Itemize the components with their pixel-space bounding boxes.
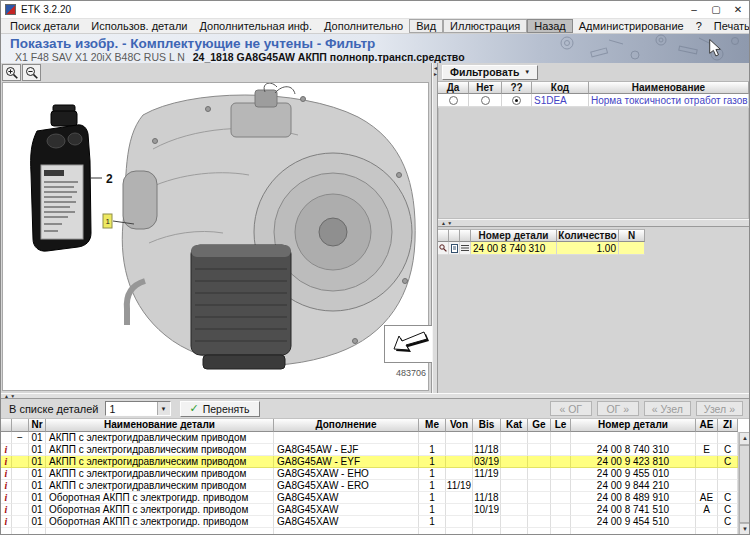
cell-nr: 01 [29,492,46,504]
cell-name: АКПП с электрогидравлическим приводом [46,480,274,492]
table-row[interactable]: i 01 АКПП с электрогидравлическим привод… [1,480,738,492]
list-count-dropdown[interactable]: 1 ▼ [105,401,171,416]
filter-button[interactable]: Фильтровать ▼ [442,65,538,80]
table-row[interactable]: i 01 АКПП с электрогидравлическим привод… [1,468,738,480]
menu-item-used-parts[interactable]: Использов. детали [85,19,193,33]
cell-me: 1 [419,492,446,504]
table-row-selected[interactable]: i 01 АКПП с электрогидравлическим привод… [1,456,738,468]
col-expander [12,419,29,432]
info-icon[interactable]: i [5,516,8,527]
cell-ge [528,480,551,492]
cell-zi: C [718,504,738,516]
zoom-out-button[interactable] [22,64,41,81]
prev-group-button[interactable]: « ОГ [550,401,592,416]
menu-item-back[interactable]: Назад [527,19,573,33]
cell-ge [528,516,551,528]
info-icon[interactable]: i [5,468,8,479]
menu-item-print[interactable]: Печать [708,19,750,33]
locate-in-image-icon[interactable] [438,242,449,255]
list-icon[interactable] [460,242,471,255]
table-scrollbar[interactable]: ▲ ▼ [738,432,750,535]
prev-unit-button[interactable]: « Узел [644,401,691,416]
cell-me: 1 [419,468,446,480]
cell-name: Оборотная АКПП с электрогидр. приводом [46,516,274,528]
selected-part-table: Номер детали Количество N 24 00 8 740 31… [438,229,749,255]
info-icon[interactable]: i [5,444,8,455]
menu-item-view[interactable]: Вид [409,19,443,33]
cell-zi: C [718,444,738,456]
svg-text:1: 1 [106,217,111,226]
next-group-button[interactable]: ОГ » [597,401,639,416]
menu-item-part-search[interactable]: Поиск детали [4,19,85,33]
menu-item-help[interactable]: ? [690,19,708,33]
list-count-value: 1 [106,403,157,415]
radio-yes[interactable] [449,96,458,105]
selected-part-number[interactable]: 24 00 8 740 310 [471,242,557,255]
filter-col-unknown: ?? [502,81,532,94]
cell-ae [696,516,718,528]
info-icon[interactable]: i [5,492,8,503]
chevron-down-icon: ▼ [524,69,530,75]
cell-part-number [571,432,696,444]
cell-nr: 01 [29,432,46,444]
cell-part-number: 24 00 9 454 510 [571,516,696,528]
close-icon[interactable]: ✕ [727,2,749,18]
info-icon[interactable]: i [5,456,8,467]
filter-table-empty-area [438,108,749,219]
selected-part-n [619,242,645,255]
next-unit-button[interactable]: Узел » [696,401,743,416]
minimize-icon[interactable]: – [683,2,705,18]
radio-no[interactable] [481,96,490,105]
scroll-down-icon[interactable]: ▼ [739,523,750,535]
vehicle-context: X1 F48 SAV X1 20iX B48C RUS L N 24_1818 … [15,51,465,63]
parts-table-header: Nr Наименование детали Дополнение Me Von… [1,419,738,432]
app-icon [5,4,16,15]
zoom-in-button[interactable] [2,64,21,81]
cell-kat [501,516,528,528]
col-nr: Nr [29,419,46,432]
menu-item-illustration[interactable]: Иллюстрация [443,19,527,33]
cell-name: АКПП с электрогидравлическим приводом [46,432,274,444]
cell-kat [501,492,528,504]
table-row[interactable]: i 01 АКПП с электрогидравлическим привод… [1,444,738,456]
cell-part-number: 24 00 8 740 310 [571,444,696,456]
cell-part-number: 24 00 8 489 910 [571,492,696,504]
parts-table: Nr Наименование детали Дополнение Me Von… [1,419,750,535]
radio-unknown[interactable] [512,96,521,105]
col-supplement: Дополнение [274,419,419,432]
maximize-icon[interactable]: ▢ [705,2,727,18]
cell-von [446,492,473,504]
right-panel-splitter[interactable]: ▲ ▼ [438,219,750,227]
apply-button[interactable]: ✓ Перенять [180,401,260,417]
cell-kat [501,504,528,516]
table-row[interactable]: i 01 Оборотная АКПП с электрогидр. приво… [1,504,738,516]
cell-le [551,444,571,456]
cell-part-number: 24 00 8 741 510 [571,504,696,516]
menu-item-administration[interactable]: Администрирование [573,19,690,33]
table-row[interactable]: i 01 Оборотная АКПП с электрогидр. приво… [1,516,738,528]
document-icon[interactable] [449,242,460,255]
col-von: Von [446,419,473,432]
scroll-up-icon[interactable]: ▲ [739,432,750,445]
table-row[interactable]: i 01 Оборотная АКПП с электрогидр. приво… [1,492,738,504]
callout-2-label[interactable]: 2 [106,172,113,186]
cell-nr: 01 [29,480,46,492]
scrollbar-thumb[interactable] [739,445,750,523]
cell-ae [696,456,718,468]
cell-le [551,492,571,504]
cell-ge [528,444,551,456]
row-expander[interactable]: − [12,432,29,444]
vehicle-info: X1 F48 SAV X1 20iX B48C RUS L N [15,51,185,63]
cell-zi: C [718,492,738,504]
filter-radio-yes-cell [438,94,469,107]
filter-radio-unknown-cell [502,94,532,107]
col-zi: ZI [718,419,738,432]
splitter-down-icon: ▼ [447,220,452,226]
cell-supplement: GA8G45XAW [274,516,419,528]
menu-item-extras[interactable]: Дополнительно [318,19,409,33]
table-row[interactable]: − 01 АКПП с электрогидравлическим привод… [1,432,738,444]
info-icon[interactable]: i [5,480,8,491]
info-icon[interactable]: i [5,504,8,515]
cell-ge [528,492,551,504]
menu-item-additional-info[interactable]: Дополнительная инф. [193,19,318,33]
